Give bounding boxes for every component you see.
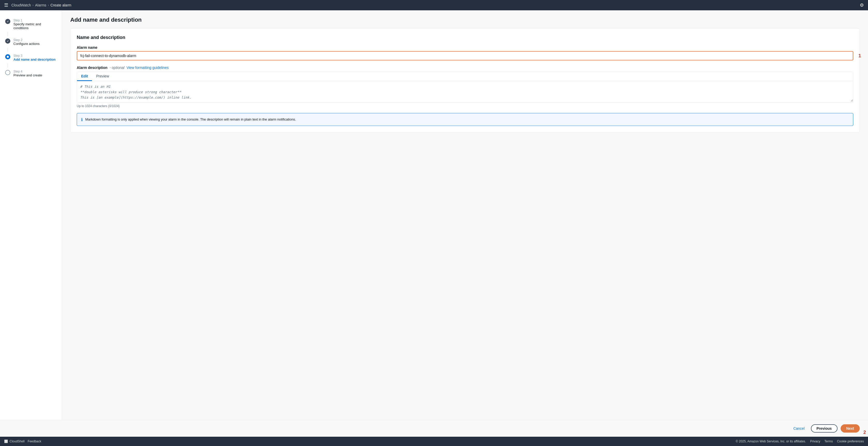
breadcrumb-sep-1: › <box>33 3 34 7</box>
step1-label: Step 1 <box>13 19 57 22</box>
next-button[interactable]: Next <box>841 424 860 433</box>
cloudshell-icon: ⬜ <box>4 440 8 443</box>
step2-label: Step 2 <box>13 38 39 42</box>
step4-name: Preview and create <box>13 73 42 77</box>
breadcrumb-sep-2: › <box>48 3 49 7</box>
copyright-text: © 2025, Amazon Web Services, Inc. or its… <box>736 440 806 443</box>
step1-circle <box>5 19 10 24</box>
previous-button[interactable]: Previous <box>811 424 838 433</box>
card-title: Name and description <box>77 35 853 40</box>
breadcrumb-cloudwatch[interactable]: CloudWatch <box>11 3 31 7</box>
step2-text: Step 2 Configure actions <box>13 38 39 46</box>
view-formatting-link[interactable]: View formatting guidelines <box>127 66 169 70</box>
sidebar-item-step3[interactable]: Step 3 Add name and description <box>0 52 62 64</box>
sidebar-item-step4[interactable]: Step 4 Preview and create <box>0 68 62 79</box>
feedback-link[interactable]: Feedback <box>28 440 41 443</box>
step4-label: Step 4 <box>13 70 42 73</box>
info-icon: ℹ <box>81 117 83 122</box>
menu-icon[interactable]: ☰ <box>4 2 8 8</box>
info-text: Markdown formatting is only applied when… <box>85 117 296 122</box>
optional-text: - optional <box>110 66 125 70</box>
alarm-description-group: Alarm description - optional View format… <box>77 66 853 108</box>
cloudshell-button[interactable]: ⬜ CloudShell <box>4 440 25 443</box>
bottom-bar-left: ⬜ CloudShell Feedback <box>4 440 41 443</box>
main-layout: Step 1 Specify metric and conditions Ste… <box>0 10 868 420</box>
nav-right: ⚙ <box>860 2 864 8</box>
tab-preview[interactable]: Preview <box>92 72 113 81</box>
alarm-name-group: Alarm name 1 <box>77 45 853 60</box>
step2-name: Configure actions <box>13 42 39 46</box>
description-tabs: Edit Preview <box>77 72 853 81</box>
alarm-description-label: Alarm description <box>77 66 107 70</box>
char-count: Up to 1024 characters (0/1024) <box>77 104 853 108</box>
step1-text: Step 1 Specify metric and conditions <box>13 19 57 30</box>
breadcrumb-current: Create alarm <box>51 3 71 7</box>
description-textarea[interactable]: # This is an H1 **double asterisks will … <box>77 81 853 102</box>
step3-name: Add name and description <box>13 58 56 61</box>
terms-link[interactable]: Terms <box>824 440 833 443</box>
privacy-link[interactable]: Privacy <box>810 440 820 443</box>
step-connector-3 <box>7 64 8 68</box>
tab-edit[interactable]: Edit <box>77 72 92 81</box>
page-title: Add name and description <box>70 16 860 23</box>
next-wrapper: Next 2 <box>841 424 860 433</box>
settings-icon[interactable]: ⚙ <box>860 2 864 8</box>
top-navigation: ☰ CloudWatch › Alarms › Create alarm ⚙ <box>0 0 868 10</box>
bottom-bar-right: © 2025, Amazon Web Services, Inc. or its… <box>736 440 864 443</box>
alarm-name-annotation: 1 <box>859 53 861 59</box>
breadcrumb: CloudWatch › Alarms › Create alarm <box>11 3 71 7</box>
sidebar-item-step2[interactable]: Step 2 Configure actions <box>0 36 62 48</box>
alarm-name-input[interactable] <box>77 51 853 60</box>
cookie-link[interactable]: Cookie preferences <box>837 440 864 443</box>
step3-text: Step 3 Add name and description <box>13 54 56 61</box>
step2-circle <box>5 38 10 44</box>
nav-left: ☰ CloudWatch › Alarms › Create alarm <box>4 2 71 8</box>
next-annotation: 2 <box>863 430 866 435</box>
main-card: Name and description Alarm name 1 Alarm … <box>70 28 860 132</box>
cloudshell-label: CloudShell <box>9 440 25 443</box>
info-box: ℹ Markdown formatting is only applied wh… <box>77 113 853 126</box>
step4-circle <box>5 70 10 75</box>
breadcrumb-alarms[interactable]: Alarms <box>35 3 46 7</box>
cancel-button[interactable]: Cancel <box>790 425 808 432</box>
alarm-name-input-wrapper: 1 <box>77 51 853 60</box>
sidebar: Step 1 Specify metric and conditions Ste… <box>0 10 62 420</box>
step-connector-2 <box>7 48 8 52</box>
step-connector-1 <box>7 32 8 36</box>
footer-actions: Cancel Previous Next 2 <box>0 420 868 437</box>
alarm-name-label: Alarm name <box>77 45 853 49</box>
step3-label: Step 3 <box>13 54 56 58</box>
desc-label-row: Alarm description - optional View format… <box>77 66 853 70</box>
step1-name: Specify metric and conditions <box>13 22 57 30</box>
sidebar-item-step1[interactable]: Step 1 Specify metric and conditions <box>0 16 62 32</box>
content-area: Add name and description Name and descri… <box>62 10 868 420</box>
step3-circle <box>5 54 10 59</box>
bottom-bar: ⬜ CloudShell Feedback © 2025, Amazon Web… <box>0 437 868 446</box>
step4-text: Step 4 Preview and create <box>13 70 42 77</box>
description-container: Edit Preview # This is an H1 **double as… <box>77 72 853 103</box>
